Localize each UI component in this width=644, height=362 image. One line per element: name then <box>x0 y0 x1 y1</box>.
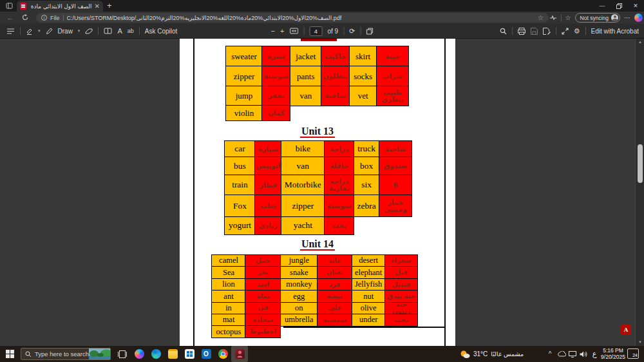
taskbar-search[interactable]: Type here to search <box>21 348 111 360</box>
minimize-button[interactable]: — <box>594 0 611 12</box>
ask-copilot-button[interactable]: Ask Copilot <box>145 28 178 35</box>
tray-speaker-icon[interactable] <box>578 346 589 362</box>
taskbar-clock[interactable]: 5:16 PM 9/20/2025 <box>601 347 625 360</box>
divider <box>360 27 361 35</box>
rotate-icon[interactable]: ⟳ <box>349 27 355 35</box>
taskbar-weather[interactable]: 31°C مشمس غالبًا <box>460 346 524 362</box>
vocab-cell-english: yogurt <box>224 216 256 235</box>
vocab-cell-english: van <box>290 86 322 106</box>
vocab-cell-arabic: دراجة <box>324 140 354 158</box>
bing-daily-image[interactable] <box>89 348 111 359</box>
taskbar-app-copilot[interactable] <box>131 346 147 362</box>
scrollbar-thumb[interactable] <box>638 144 643 183</box>
draw-label[interactable]: Draw <box>58 28 73 35</box>
eraser-icon[interactable] <box>85 28 93 34</box>
browser-tab[interactable]: الصف الاول الابتدائي مادة اللغه الا ✕ <box>17 1 103 12</box>
restore-button[interactable] <box>611 0 627 12</box>
profile-button[interactable]: Not syncing <box>575 13 620 23</box>
vocab-cell-arabic: سجادة <box>245 314 281 327</box>
vocab-cell-english: egg <box>280 290 318 303</box>
unit13-heading: Unit 13 <box>180 126 455 138</box>
divider <box>98 27 99 35</box>
page-number-input[interactable]: 4 <box>309 26 322 36</box>
text-tools-icon[interactable]: ab <box>128 27 134 35</box>
edit-with-acrobat-button[interactable]: Edit with Acrobat <box>591 28 639 35</box>
settings-more-icon[interactable]: ⋯ <box>624 14 630 21</box>
taskbar-app-active[interactable] <box>231 346 248 362</box>
taskbar-app-edge[interactable] <box>147 346 164 362</box>
vocab-cell-english: six <box>354 175 380 196</box>
search-icon[interactable] <box>500 28 507 35</box>
fit-width-icon[interactable] <box>289 28 298 34</box>
tab-actions-icon[interactable] <box>5 2 14 10</box>
vocab-cell-english: lion <box>211 278 246 291</box>
page-info-icon[interactable]: i <box>41 15 47 21</box>
scrollbar[interactable]: ▲ ▼ <box>635 39 644 346</box>
tray-onedrive-icon[interactable] <box>556 346 567 362</box>
task-view-button[interactable] <box>115 346 130 362</box>
vocab-cell-english: nut <box>352 290 386 303</box>
tray-expand-icon[interactable]: ^ <box>545 346 555 362</box>
vocab-cell-arabic: يخت <box>324 216 354 235</box>
vocab-cell-english: jacket <box>290 46 322 67</box>
draw-pen-icon[interactable] <box>46 28 53 35</box>
vocab-cell-arabic: صندوق <box>379 157 412 175</box>
close-button[interactable]: ✕ <box>627 0 644 12</box>
refresh-icon[interactable] <box>22 14 28 21</box>
active-app-icon <box>235 349 245 359</box>
toc-icon[interactable] <box>6 28 15 35</box>
taskbar-app-file-explorer[interactable] <box>164 346 181 362</box>
tab-close-icon[interactable]: ✕ <box>95 3 100 10</box>
taskbar-app-outlook[interactable]: O <box>198 346 214 362</box>
vocab-row: Foxثعلبzipperسوستةzebraحمار وحشى <box>224 195 412 217</box>
print-icon[interactable] <box>518 28 526 35</box>
highlighter-icon[interactable] <box>26 28 33 35</box>
chevron-down-icon[interactable]: ▾ <box>78 28 80 33</box>
acrobat-floating-icon[interactable]: A <box>621 325 631 335</box>
addressbar-right: ☆ Not syncing ⋯ <box>549 12 643 23</box>
vocab-cell-english: Jellyfish <box>352 278 386 291</box>
taskbar-app-store[interactable] <box>181 346 198 362</box>
new-tab-button[interactable]: + <box>107 1 112 10</box>
vocab-row: carسيارةbikeدراجةtruckشاحنة <box>224 140 412 158</box>
page-view-icon[interactable] <box>366 28 373 35</box>
vocab-cell-arabic: حافلة <box>324 157 354 175</box>
vocab-cell-english: bike <box>281 140 325 158</box>
clock-date: 9/20/2025 <box>601 354 625 360</box>
action-center-icon[interactable]: 24 <box>627 348 639 359</box>
tray-display-icon[interactable] <box>567 346 578 362</box>
vocab-cell-arabic: شراب <box>376 66 409 86</box>
zoom-in-icon[interactable]: + <box>280 27 284 35</box>
favorites-icon[interactable]: ☆ <box>565 14 571 21</box>
save-as-icon[interactable] <box>543 28 551 35</box>
url-scheme-label: File <box>50 15 60 21</box>
fullscreen-icon[interactable] <box>562 28 569 35</box>
two-page-view-icon[interactable] <box>104 28 112 34</box>
url-bar[interactable]: i File C:/Users/STORM/Desktop/الصف%20الا… <box>36 13 549 23</box>
page-count-label: of 9 <box>327 28 338 35</box>
start-button[interactable] <box>1 346 18 362</box>
read-aloud-icon[interactable]: A <box>117 27 122 35</box>
bookmark-star-icon[interactable]: ☆ <box>538 14 544 21</box>
search-placeholder: Type here to search <box>35 350 89 357</box>
vocab-cell-english: violin <box>225 105 263 121</box>
vocab-cell-english: vet <box>349 86 377 106</box>
browser-essentials-icon[interactable] <box>549 14 557 21</box>
vocab-row: zipperسوستةpantsبنطلونsocksشراب <box>225 66 409 86</box>
url-text[interactable]: C:/Users/STORM/Desktop/الصف%20الاول%20ال… <box>67 15 535 21</box>
scroll-down-icon[interactable]: ▼ <box>636 340 644 344</box>
vocab-cell-arabic: زبادى <box>254 216 281 235</box>
addressbar: ← i File C:/Users/STORM/Desktop/الصف%20ا… <box>0 12 644 24</box>
back-icon[interactable]: ← <box>6 14 14 21</box>
vocab-cell-arabic: سوستة <box>324 195 354 217</box>
chevron-down-icon[interactable]: ▾ <box>38 28 41 33</box>
copilot-icon[interactable] <box>634 14 643 22</box>
gear-icon[interactable]: ⚙ <box>574 27 580 35</box>
vocab-row: camelجملjungleغابةdesertصحراء <box>211 254 418 267</box>
taskbar-app-chrome[interactable] <box>214 346 231 362</box>
scroll-up-icon[interactable]: ▲ <box>636 40 644 44</box>
weather-temp: 31°C <box>473 350 488 357</box>
save-icon[interactable] <box>531 28 538 35</box>
zoom-out-icon[interactable]: − <box>271 27 275 35</box>
tray-language-indicator[interactable]: ع <box>589 346 600 362</box>
